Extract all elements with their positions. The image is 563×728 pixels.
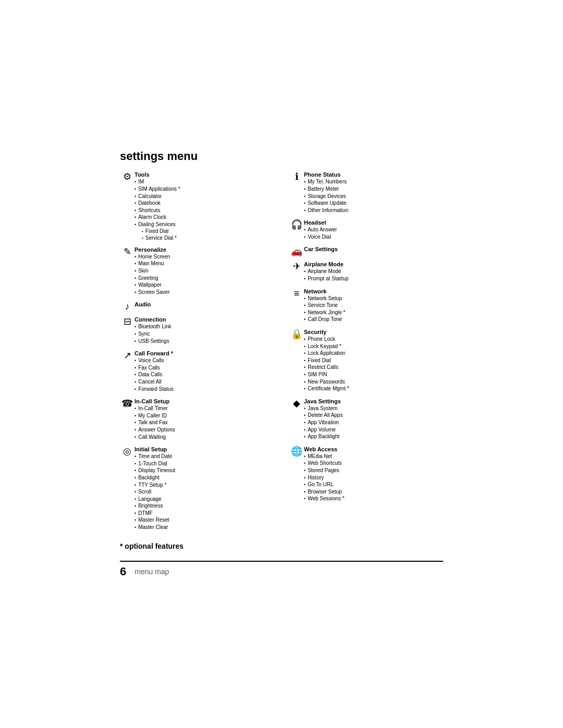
footer-text: menu map (134, 567, 169, 576)
list-item: In-Call Timer (134, 405, 274, 412)
two-column-layout: ⚙ToolsIMSIM Applications *CalculatorDate… (120, 171, 443, 536)
list-item: Battery Meter (304, 186, 443, 193)
section-java: ◆Java SettingsJava SystemDelete All Apps… (289, 398, 443, 441)
audio-icon: ♪ (120, 302, 134, 311)
list-sub-item: Fixed Dial (134, 228, 274, 234)
list-item: Certificate Mgmt * (304, 386, 443, 392)
list-item: My Tel. Numbers (304, 179, 443, 186)
connection-icon: ⊟ (120, 317, 134, 326)
connection-title: Connection (134, 316, 274, 323)
section-initial: ◎Initial SetupTime and Date1-Touch DialD… (120, 446, 274, 532)
initial-title: Initial Setup (134, 446, 274, 452)
list-item: Web Shortcuts (304, 460, 443, 467)
java-title: Java Settings (304, 398, 443, 404)
personalize-items: Home ScreenMain MenuSkinGreetingWallpape… (134, 254, 274, 296)
audio-title: Audio (134, 301, 274, 307)
list-item: Software Update (304, 200, 443, 207)
list-item: Main Menu (134, 261, 274, 267)
section-web: 🌐Web AccessMEdia NetWeb ShortcutsStored … (289, 446, 443, 503)
section-car: 🚗Car Settings (289, 246, 443, 256)
list-item: Alarm Clock (134, 214, 274, 221)
tools-title: Tools (134, 171, 274, 178)
audio-content: Audio (134, 301, 274, 309)
car-content: Car Settings (304, 246, 443, 253)
list-item: Auto Answer (304, 227, 443, 233)
section-headset: 🎧HeadsetAuto AnswerVoice Dial (289, 219, 443, 241)
list-item: Service Tone (304, 302, 443, 309)
list-item: App Volume (304, 427, 443, 434)
list-item: Data Calls (134, 372, 274, 378)
list-item: Home Screen (134, 254, 274, 261)
list-item: Network Jingle * (304, 310, 443, 316)
list-item: Prompt at Startup (304, 276, 443, 282)
network-items: Network SetupService ToneNetwork Jingle … (304, 295, 443, 323)
car-title: Car Settings (304, 246, 443, 252)
list-item: Scroll (134, 489, 274, 496)
list-item: SIM Applications * (134, 186, 274, 193)
web-icon: 🌐 (289, 447, 304, 456)
list-item: Other Information (304, 207, 443, 214)
list-item: Cancel All (134, 379, 274, 386)
network-title: Network (304, 288, 443, 294)
phone-status-content: Phone StatusMy Tel. NumbersBattery Meter… (304, 171, 443, 214)
personalize-title: Personalize (134, 246, 274, 253)
incall-items: In-Call TimerMy Caller IDTalk and FaxAns… (134, 405, 274, 440)
headset-icon: 🎧 (289, 220, 304, 229)
list-item: Brightness (134, 503, 274, 510)
list-item: Lock Keypad * (304, 343, 443, 350)
list-item: Browser Setup (304, 489, 443, 496)
list-item: Network Setup (304, 295, 443, 302)
list-item: SIM PIN (304, 372, 443, 378)
list-item: IM (134, 179, 274, 186)
section-airplane: ✈Airplane ModeAirplane ModePrompt at Sta… (289, 261, 443, 282)
network-icon: ≡ (289, 289, 304, 298)
initial-items: Time and Date1-Touch DialDisplay Timeout… (134, 453, 274, 531)
list-item: Master Reset (134, 517, 274, 524)
list-item: Screen Saver (134, 289, 274, 296)
phone-status-items: My Tel. NumbersBattery MeterStorage Devi… (304, 179, 443, 214)
airplane-items: Airplane ModePrompt at Startup (304, 268, 443, 282)
list-item: MEdia Net (304, 453, 443, 460)
list-item: Lock Application (304, 350, 443, 357)
section-network: ≡NetworkNetwork SetupService ToneNetwork… (289, 288, 443, 324)
callforward-content: Call Forward *Voice CallsFax CallsData C… (134, 350, 274, 393)
airplane-title: Airplane Mode (304, 261, 443, 267)
car-icon: 🚗 (289, 246, 304, 256)
list-item: Phone Lock (304, 336, 443, 343)
list-item: Call Waiting (134, 434, 274, 441)
section-connection: ⊟ConnectionBluetooth LinkSyncUSB Setting… (120, 316, 274, 345)
page-container: settings menu ⚙ToolsIMSIM Applications *… (0, 0, 563, 728)
list-item: Talk and Fax (134, 419, 274, 426)
section-tools: ⚙ToolsIMSIM Applications *CalculatorDate… (120, 171, 274, 241)
section-personalize: ✎PersonalizeHome ScreenMain MenuSkinGree… (120, 246, 274, 297)
section-phone-status: ℹPhone StatusMy Tel. NumbersBattery Mete… (289, 171, 443, 214)
web-content: Web AccessMEdia NetWeb ShortcutsStored P… (304, 446, 443, 503)
list-item: App Backlight (304, 434, 443, 440)
tools-icon: ⚙ (120, 172, 134, 181)
list-item: Display Timeout (134, 467, 274, 474)
list-item: New Passwords (304, 379, 443, 386)
list-item: Time and Date (134, 453, 274, 460)
incall-icon: ☎ (120, 399, 134, 408)
list-item: Delete All Apps (304, 412, 443, 419)
headset-content: HeadsetAuto AnswerVoice Dial (304, 219, 443, 241)
list-item: Answer Options (134, 427, 274, 434)
list-item: Greeting (134, 275, 274, 282)
list-item: Language (134, 496, 274, 503)
list-item: Airplane Mode (304, 268, 443, 275)
right-column: ℹPhone StatusMy Tel. NumbersBattery Mete… (289, 171, 443, 508)
connection-content: ConnectionBluetooth LinkSyncUSB Settings (134, 316, 274, 345)
incall-content: In-Call SetupIn-Call TimerMy Caller IDTa… (134, 398, 274, 441)
tools-items: IMSIM Applications *CalculatorDatebookSh… (134, 179, 274, 241)
phone-status-title: Phone Status (304, 171, 443, 178)
personalize-icon: ✎ (120, 247, 134, 256)
callforward-title: Call Forward * (134, 350, 274, 356)
list-item: Forward Status (134, 386, 274, 393)
list-item: Shortcuts (134, 207, 274, 214)
security-title: Security (304, 329, 443, 335)
list-item: Storage Devices (304, 193, 443, 200)
list-item: Restrict Calls (304, 364, 443, 371)
list-item: Go To URL (304, 482, 443, 488)
list-item: Datebook (134, 200, 274, 207)
optional-features-label: * optional features (120, 542, 183, 550)
